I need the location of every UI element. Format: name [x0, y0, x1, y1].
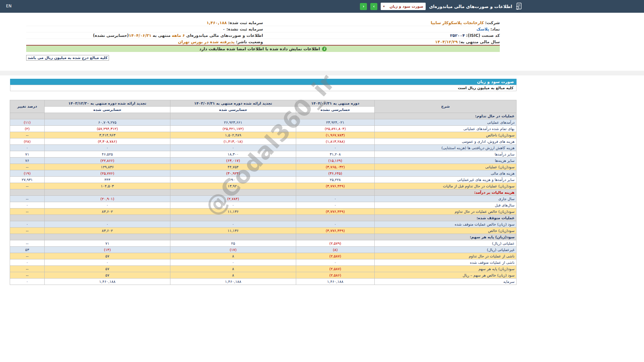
- statement-type-value: صورت سود و زیان: [390, 4, 424, 9]
- value-pct: --: [10, 132, 45, 138]
- fiscal-year-value: ۱۴۰۴/۱۲/۲۹: [435, 40, 458, 44]
- financial-statements-icon: [516, 2, 522, 10]
- row-label: ناشی از عملیات متوقف شده: [375, 259, 517, 266]
- page-title: اطلاعات و صورت‌های مالی میاندوره‌ای: [429, 4, 512, 9]
- value-current: (۸): [296, 247, 375, 253]
- table-row: هزینه های فروش، اداری و عمومی(۱,۸۱۳,۲۸۸)…: [10, 138, 517, 145]
- value-restated6: ۴۴,۷۵۴: [170, 164, 296, 170]
- value-pct: --: [10, 183, 45, 189]
- section-row: عملیات در حال تداوم:: [10, 113, 517, 119]
- income-statement-table: شرح دوره منتهی به ۱۴۰۴/۰۶/۳۱ تجدید ارائه…: [10, 100, 517, 285]
- row-label: ناشی از عملیات در حال تداوم: [375, 253, 517, 259]
- info-period-description: اطلاعات و صورت‌های مالی میاندوره‌ای ۶ ما…: [26, 33, 263, 38]
- value-pct: (۲۸): [10, 138, 45, 145]
- value-restated6: ۰: [170, 145, 296, 151]
- statement-type-select[interactable]: صورت سود و زیان ▾: [381, 3, 426, 10]
- top-navigation-bar: اطلاعات و صورت‌های مالی میاندوره‌ای صورت…: [0, 0, 644, 13]
- value-pct: ۰: [10, 202, 45, 208]
- value-annual: ۷۱: [45, 240, 170, 247]
- column-header-restated-annual: تجدید ارائه شده دوره منتهی به ۱۴۰۳/۱۲/۳۰: [45, 100, 170, 107]
- row-label: سود (زیان) خالص عملیات متوقف شده: [375, 221, 517, 228]
- company-name-link[interactable]: کارخانجات پلاسکوکار سایپا: [431, 20, 484, 25]
- isic-value: ۲۵۲۰۰۴: [450, 33, 465, 38]
- fiscal-year-label: سال مالی منتهی به:: [459, 40, 500, 44]
- value-pct: ۰: [10, 221, 45, 228]
- value-annual: ۶۰,۷۰۹,۲۷۵: [45, 119, 170, 126]
- row-label: سود(زیان) عملیات در حال تداوم قبل از مال…: [375, 183, 517, 189]
- company-label: شرکت:: [485, 20, 500, 25]
- value-annual: (۲۲,۸۶۶): [45, 158, 170, 164]
- symbol-label: نماد:: [490, 27, 500, 32]
- value-restated6: ۹۰: [170, 177, 296, 183]
- value-restated6: ۱,۵۰۲,۴۸۹: [170, 132, 296, 138]
- value-pct: (۲): [10, 126, 45, 132]
- row-label: سود(زیان) پایه هر سهم: [375, 266, 517, 272]
- value-annual: ۵۷: [45, 266, 170, 272]
- table-row: سرمایه۱,۴۶۰,۱۸۸۱,۴۶۰,۱۸۸۱,۴۶۰,۱۸۸۰: [10, 279, 517, 285]
- info-row-2: نماد: پلاسک سرمایه ثبت نشده: ۰: [26, 26, 500, 32]
- row-label: سایر هزینه‌ها: [375, 158, 517, 164]
- table-row: هزینه های مالی(۳۶,۶۴۵)(۳۰,۹۲۴)(۲۵,۷۷۶)(۱…: [10, 170, 517, 177]
- value-pct: --: [10, 164, 45, 170]
- value-restated6: ۱۸,۳۰۰: [170, 151, 296, 158]
- column-header-description: شرح: [375, 100, 517, 113]
- value-current: ۲۵,۲۲۸: [296, 177, 375, 183]
- value-current: ۳۱,۲۰۸: [296, 151, 375, 158]
- value-current: (۳,۷۷۶,۴۴۹): [296, 228, 375, 234]
- period-audit-status: (حسابرسی نشده): [93, 33, 129, 38]
- value-pct: --: [10, 196, 45, 202]
- value-current: (۱,۸۱۳,۲۸۸): [296, 138, 375, 145]
- value-pct: ۰: [10, 259, 45, 266]
- subheader-audited-1: حسابرسی شده: [170, 107, 296, 113]
- info-symbol: نماد: پلاسک: [263, 27, 500, 32]
- section-empty-cell: [10, 113, 45, 119]
- value-restated6: ۱۱,۱۳۶: [170, 208, 296, 215]
- next-statement-button[interactable]: ›: [360, 3, 367, 10]
- value-pct: --: [10, 208, 45, 215]
- value-current: (۲۵,۸۹۱,۸۰۴): [296, 126, 375, 132]
- section-label: سود(زیان) پایه هر سهم:: [375, 234, 517, 240]
- table-row: سایر درآمدها و هزینه های غیرعملیاتی۲۵,۲۲…: [10, 177, 517, 183]
- table-row: ناشی از عملیات متوقف شده۰۰۰۰: [10, 259, 517, 266]
- period-text-1: اطلاعات و صورت‌های مالی میاندوره‌ای: [186, 33, 263, 38]
- value-restated6: (۶۳,۰۱۷): [170, 158, 296, 164]
- signature-match-banner: i اطلاعات نمایش داده شده با اطلاعات امضا…: [26, 46, 500, 52]
- section-empty-cell: [10, 234, 45, 240]
- info-company: شرکت: کارخانجات پلاسکوکار سایپا: [263, 20, 500, 25]
- value-pct: ۰: [10, 279, 45, 285]
- value-current: (۲,۵۸۷): [296, 253, 375, 259]
- prev-statement-button[interactable]: ‹: [370, 3, 377, 10]
- value-annual: ۵۷: [45, 253, 170, 259]
- section-label: هزینه مالیات بر درآمد:: [375, 189, 517, 196]
- section-empty-cell: [170, 189, 296, 196]
- value-current: (۳,۷۷۶,۴۴۹): [296, 208, 375, 215]
- unregistered-capital-label: سرمایه ثبت نشده:: [226, 27, 263, 32]
- value-restated6: ۰: [170, 221, 296, 228]
- value-annual: ۳,۴۱۴,۹۶۳: [45, 132, 170, 138]
- value-annual: ۵۷: [45, 272, 170, 279]
- info-unregistered-capital: سرمایه ثبت نشده: ۰: [26, 27, 263, 32]
- registered-capital-label: سرمایه ثبت شده:: [228, 20, 263, 25]
- language-toggle-en[interactable]: EN: [6, 4, 12, 8]
- table-row: سود (زیان) خالص عملیات متوقف شده۰۰۰۰: [10, 221, 517, 228]
- value-pct: ۷۶: [10, 158, 45, 164]
- section-empty-cell: [170, 234, 296, 240]
- value-restated6: ۱۱,۱۳۶: [170, 228, 296, 234]
- value-current: ۰: [296, 202, 375, 208]
- value-pct: --: [10, 240, 45, 247]
- value-restated6: (۲۵,۴۲۱,۱۷۲): [170, 126, 296, 132]
- issuer-status-label: وضعیت ناشر:: [236, 40, 263, 44]
- row-label: سال‌های قبل: [375, 202, 517, 208]
- row-label: سال جاری: [375, 196, 517, 202]
- value-restated6: (۳۰,۹۲۴): [170, 170, 296, 177]
- statement-title-bar: صورت سود و زیان: [10, 79, 517, 85]
- value-pct: (۱۱): [10, 119, 45, 126]
- value-annual: (۵۷,۲۹۴,۳۱۲): [45, 126, 170, 132]
- value-pct: ۰: [10, 145, 45, 151]
- column-header-percent-change: درصد تغییر: [10, 100, 45, 113]
- row-label: هزینه های مالی: [375, 170, 517, 177]
- table-row: سود(زیان) عملیاتی(۳,۷۶۵,۰۳۲)۴۴,۷۵۴۱۲۹,۸۳…: [10, 164, 517, 170]
- value-annual: ۰: [45, 259, 170, 266]
- section-empty-cell: [45, 113, 170, 119]
- value-annual: (۱۴): [45, 247, 170, 253]
